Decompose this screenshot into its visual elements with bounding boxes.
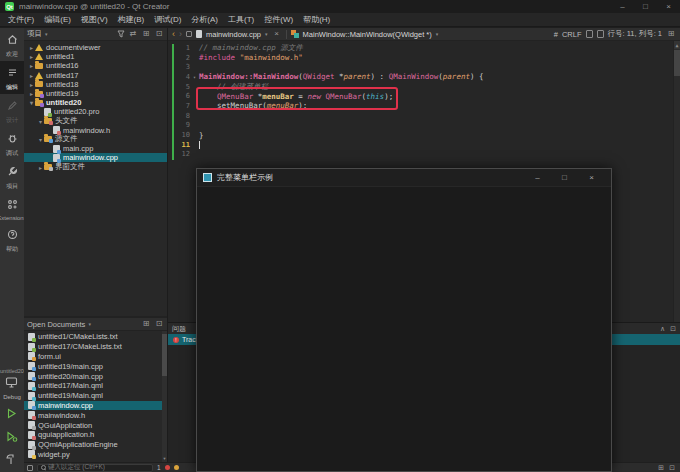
tree-item[interactable]: ▾untitled20 [24, 98, 167, 107]
close-document-icon[interactable]: × [272, 28, 282, 40]
scroll-up-icon[interactable]: ▲ [674, 41, 680, 49]
close-icon[interactable]: × [657, 0, 680, 13]
expander-icon[interactable]: ▾ [28, 99, 35, 106]
code-line[interactable]: 7 setMenuBar(menuBar); [168, 101, 680, 111]
expander-icon[interactable]: ▸ [28, 72, 35, 79]
split-pane-icon[interactable]: ⊞ [141, 318, 151, 330]
collapse-pane-icon[interactable]: ∧ [660, 325, 665, 333]
error-count-icon[interactable] [165, 465, 170, 470]
child-app-window[interactable]: 完整菜单栏示例 – □ × [196, 168, 612, 472]
code-line[interactable]: 4▾MainWindow::MainWindow(QWidget *parent… [168, 72, 680, 82]
tree-item[interactable]: ▾源文件 [24, 135, 167, 144]
tree-item[interactable]: ▸untitled16 [24, 61, 167, 70]
open-document-item[interactable]: mainwindow.h [24, 410, 167, 420]
maximize-icon[interactable]: □ [634, 0, 657, 13]
file-info-icon[interactable] [597, 30, 604, 38]
menu-item[interactable]: 控件(W) [259, 14, 298, 25]
code-line[interactable]: 10} [168, 130, 680, 140]
open-document-item[interactable]: untitled19/main.cpp [24, 361, 167, 371]
chevron-down-icon[interactable]: ▾ [88, 321, 91, 327]
close-pane-icon[interactable]: ⊡ [154, 28, 164, 40]
back-icon[interactable]: ‹ [172, 29, 175, 39]
expander-icon[interactable]: ▸ [28, 44, 35, 51]
tree-item[interactable]: main.cpp [24, 144, 167, 153]
menu-item[interactable]: 视图(V) [76, 14, 113, 25]
mode-项目[interactable]: 项目 [0, 160, 24, 193]
menu-item[interactable]: 编辑(E) [39, 14, 76, 25]
tree-item[interactable]: ▸documentviewer [24, 43, 167, 52]
tree-item[interactable]: ▸untitled18 [24, 80, 167, 89]
open-document-item[interactable]: untitled19/Main.qml [24, 391, 167, 401]
code-line[interactable]: 5 // 创建菜单栏 [168, 82, 680, 92]
expander-icon[interactable]: ▸ [28, 81, 35, 88]
mode-编辑[interactable]: 编辑 [0, 61, 24, 94]
encoding-icon[interactable] [586, 30, 593, 38]
open-document-item[interactable]: untitled1/CMakeLists.txt [24, 332, 167, 342]
mode-Extensions[interactable]: Extensions [0, 193, 24, 223]
open-file-tab[interactable]: mainwindow.cpp [206, 30, 261, 39]
menu-item[interactable]: 工具(T) [223, 14, 259, 25]
code-line[interactable]: 12 [168, 150, 680, 160]
code-line[interactable]: 2#include "mainwindow.h" [168, 53, 680, 63]
tree-item[interactable]: ▾头文件 [24, 117, 167, 126]
expander-icon[interactable]: ▸ [37, 164, 44, 171]
open-document-item[interactable]: QQmlApplicationEngine [24, 440, 167, 450]
filter-icon[interactable] [117, 30, 125, 38]
chevron-down-icon[interactable]: ▾ [45, 31, 48, 37]
open-document-item[interactable]: widget.py [24, 450, 167, 460]
output-pane-icon[interactable]: ⊞ [658, 464, 664, 472]
open-document-item[interactable]: mainwindow.cpp [24, 401, 167, 411]
mode-欢迎[interactable]: 欢迎 [0, 28, 24, 61]
pin-icon[interactable] [186, 31, 192, 37]
menu-item[interactable]: 调试(D) [149, 14, 186, 25]
open-document-item[interactable]: untitled20/main.cpp [24, 371, 167, 381]
tree-item[interactable]: ▸界面文件 [24, 162, 167, 171]
open-document-item[interactable]: qguiapplication.h [24, 430, 167, 440]
code-line[interactable]: 3 [168, 62, 680, 72]
issues-count[interactable]: 1 [157, 464, 161, 471]
scrollbar-thumb[interactable] [674, 50, 680, 76]
open-documents-title[interactable]: Open Documents [27, 320, 85, 329]
expander-icon[interactable]: ▸ [28, 62, 35, 69]
scrollbar-thumb[interactable] [162, 334, 167, 376]
line-ending-selector[interactable]: CRLF [562, 30, 582, 39]
code-line[interactable]: 8 [168, 111, 680, 121]
expander-icon[interactable]: ▸ [28, 53, 35, 60]
tree-item[interactable]: ▸untitled1 [24, 52, 167, 61]
chevron-down-icon[interactable]: ▾ [265, 31, 268, 37]
expander-icon[interactable]: ▾ [37, 136, 44, 143]
current-symbol[interactable]: MainWindow::MainWindow(QWidget *) [303, 30, 432, 39]
split-editor-icon[interactable]: ⊞ [666, 28, 676, 40]
forward-icon[interactable]: › [179, 29, 182, 39]
annotate-icon[interactable]: # [554, 30, 558, 39]
scroll-down-icon[interactable]: ▼ [162, 456, 167, 462]
tree-item[interactable]: ▸untitled17 [24, 71, 167, 80]
open-document-item[interactable]: form.ui [24, 352, 167, 362]
mode-设计[interactable]: 设计 [0, 94, 24, 127]
sidebar-toggle-icon[interactable] [27, 465, 33, 471]
code-line[interactable]: 11 [168, 140, 680, 150]
menu-item[interactable]: 构建(B) [113, 14, 150, 25]
build-button[interactable] [5, 450, 18, 472]
run-button[interactable] [5, 404, 18, 426]
code-line[interactable]: 9 [168, 121, 680, 131]
open-document-item[interactable]: untitled17/Main.qml [24, 381, 167, 391]
chevron-down-icon[interactable]: ▾ [436, 31, 439, 37]
output-pane-icon[interactable]: ⊡ [669, 464, 675, 472]
link-with-editor-icon[interactable]: ⇄ [128, 28, 138, 40]
menu-item[interactable]: 帮助(H) [298, 14, 335, 25]
locator-input[interactable]: 键入以定位 (Ctrl+K) [37, 464, 153, 472]
scrollbar[interactable]: ▼ [162, 331, 167, 462]
expander-icon[interactable]: ▾ [37, 118, 44, 125]
child-window-titlebar[interactable]: 完整菜单栏示例 – □ × [197, 169, 611, 187]
warning-count-icon[interactable] [174, 465, 179, 470]
minimize-icon[interactable]: – [611, 0, 634, 13]
project-pane-title[interactable]: 项目 [27, 29, 42, 39]
split-pane-icon[interactable]: ⊞ [141, 28, 151, 40]
menu-item[interactable]: 文件(F) [3, 14, 39, 25]
tree-item[interactable]: ▸untitled19 [24, 89, 167, 98]
maximize-pane-icon[interactable]: ⊡ [670, 325, 676, 333]
mode-调试[interactable]: 调试 [0, 127, 24, 160]
kit-selector[interactable] [5, 375, 18, 393]
code-line[interactable]: 1// mainwindow.cpp 源文件 [168, 43, 680, 53]
